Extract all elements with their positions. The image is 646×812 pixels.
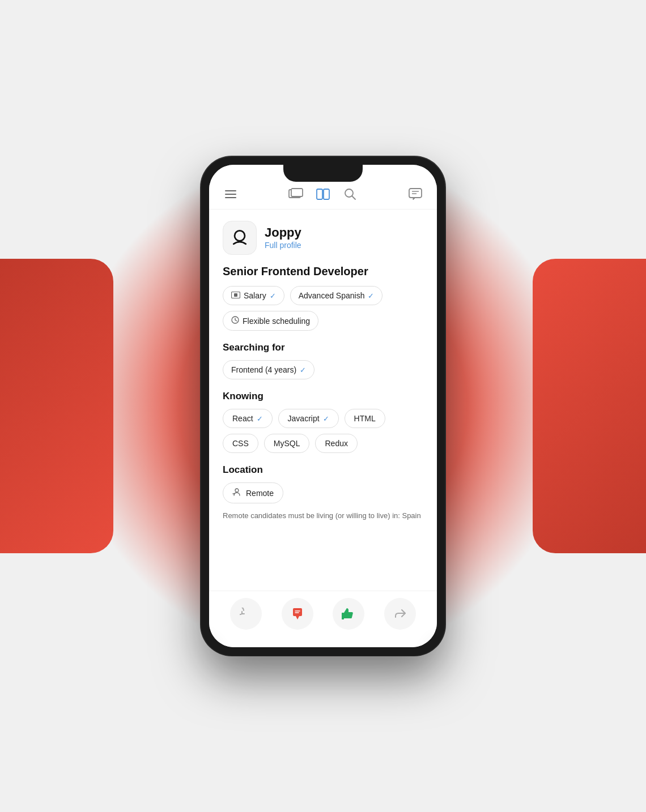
flexible-scheduling-label: Flexible scheduling	[243, 317, 310, 326]
javascript-check: ✓	[323, 414, 329, 423]
skill-javascript[interactable]: Javacript ✓	[278, 409, 339, 428]
salary-label: Salary	[244, 291, 266, 300]
advanced-spanish-label: Advanced Spanish	[299, 291, 365, 300]
remote-icon	[232, 488, 241, 498]
searching-for-title: Searching for	[223, 342, 423, 353]
location-type-label: Remote	[246, 489, 274, 498]
bottom-action-bar	[209, 591, 437, 647]
frontend-years-chip[interactable]: Frontend (4 years) ✓	[223, 360, 314, 379]
frontend-years-label: Frontend (4 years)	[231, 365, 296, 374]
svg-line-5	[352, 196, 355, 199]
phone-mockup: Joppy Full profile Senior Frontend Devel…	[201, 157, 445, 655]
salary-chip[interactable]: Salary ✓	[223, 286, 284, 305]
full-profile-link[interactable]: Full profile	[265, 241, 301, 250]
advanced-spanish-chip[interactable]: Advanced Spanish ✓	[290, 286, 383, 305]
salary-icon	[231, 291, 240, 300]
salary-check: ✓	[270, 292, 276, 300]
skill-mysql[interactable]: MySQL	[264, 434, 310, 453]
skills-grid: React ✓ Javacript ✓ HTML CSS MySQL	[223, 409, 423, 453]
searching-for-tags: Frontend (4 years) ✓	[223, 360, 423, 379]
swipe-nav-icon[interactable]	[315, 186, 331, 202]
bg-right-decoration	[533, 259, 646, 553]
skill-react[interactable]: React ✓	[223, 409, 273, 428]
company-name: Joppy	[265, 225, 301, 240]
location-title: Location	[223, 464, 423, 476]
phone-screen: Joppy Full profile Senior Frontend Devel…	[209, 165, 437, 647]
chat-nav-icon[interactable]	[407, 186, 423, 202]
skill-html[interactable]: HTML	[345, 409, 385, 428]
svg-rect-3	[324, 189, 329, 199]
javascript-label: Javacript	[288, 414, 320, 423]
svg-point-15	[235, 489, 239, 492]
spanish-check: ✓	[368, 292, 374, 300]
mysql-label: MySQL	[274, 439, 300, 448]
phone-frame: Joppy Full profile Senior Frontend Devel…	[201, 157, 445, 655]
react-label: React	[232, 414, 253, 423]
job-title: Senior Frontend Developer	[223, 265, 423, 278]
svg-rect-1	[291, 189, 303, 196]
html-label: HTML	[354, 414, 376, 423]
profile-info: Joppy Full profile	[265, 225, 301, 250]
search-nav-icon[interactable]	[342, 186, 358, 202]
react-check: ✓	[257, 414, 263, 423]
location-chip[interactable]: Remote	[223, 482, 283, 503]
main-content: Joppy Full profile Senior Frontend Devel…	[209, 210, 437, 647]
svg-rect-2	[317, 189, 322, 199]
nav-center-icons	[288, 186, 358, 202]
dislike-button[interactable]	[282, 598, 313, 630]
remote-note: Remote candidates must be living (or wil…	[223, 510, 423, 522]
undo-button[interactable]	[230, 598, 262, 630]
svg-rect-6	[409, 189, 422, 198]
css-label: CSS	[232, 439, 249, 448]
profile-row: Joppy Full profile	[223, 221, 423, 255]
like-button[interactable]	[333, 598, 364, 630]
filter-tags-row2: Flexible scheduling	[223, 311, 423, 331]
share-button[interactable]	[384, 598, 416, 630]
svg-rect-19	[342, 613, 344, 619]
svg-line-14	[235, 320, 237, 321]
flexible-scheduling-chip[interactable]: Flexible scheduling	[223, 311, 318, 331]
svg-rect-11	[234, 293, 237, 297]
frontend-check: ✓	[300, 366, 306, 374]
company-logo	[223, 221, 257, 255]
cards-nav-icon[interactable]	[288, 186, 304, 202]
clock-icon	[231, 316, 239, 326]
knowing-title: Knowing	[223, 391, 423, 402]
bg-left-decoration	[0, 259, 113, 553]
svg-point-9	[235, 230, 245, 241]
redux-label: Redux	[325, 439, 347, 448]
skill-css[interactable]: CSS	[223, 434, 258, 453]
skill-redux[interactable]: Redux	[315, 434, 357, 453]
filter-tags-row1: Salary ✓ Advanced Spanish ✓	[223, 286, 423, 305]
phone-notch	[283, 165, 363, 182]
menu-icon[interactable]	[223, 186, 239, 202]
